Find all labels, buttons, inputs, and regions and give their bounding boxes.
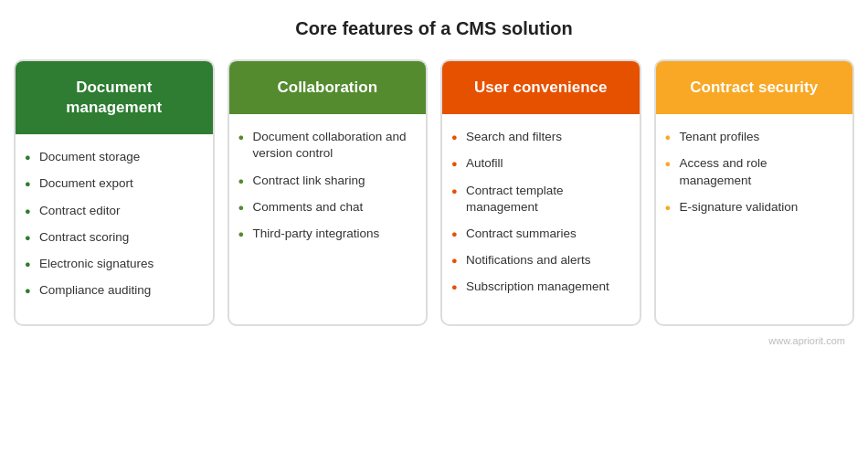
list-item: Document export [25, 175, 200, 192]
list-item: Third-party integrations [238, 226, 414, 242]
list-item: Contract link sharing [238, 173, 414, 189]
list-item: Comments and chat [238, 199, 414, 216]
card-document-management: Document managementDocument storageDocum… [14, 59, 215, 326]
list-item: Contract scoring [25, 229, 200, 246]
card-list-document-management: Document storageDocument exportContract … [25, 149, 200, 299]
list-item: Compliance auditing [25, 282, 200, 299]
card-body-document-management: Document storageDocument exportContract … [16, 134, 213, 323]
card-user-convenience: User convenienceSearch and filtersAutofi… [440, 59, 641, 326]
list-item: Document collaboration and version contr… [238, 129, 414, 162]
list-item: Contract editor [25, 203, 200, 219]
card-list-contract-security: Tenant profilesAccess and role managemen… [665, 129, 841, 216]
card-list-user-convenience: Search and filtersAutofillContract templ… [451, 129, 627, 296]
list-item: Tenant profiles [665, 129, 841, 145]
list-item: Search and filters [451, 129, 627, 145]
list-item: Electronic signatures [25, 256, 200, 272]
card-body-user-convenience: Search and filtersAutofillContract templ… [442, 114, 640, 323]
watermark: www.apriorit.com [768, 335, 854, 346]
card-contract-security: Contract securityTenant profilesAccess a… [654, 59, 855, 326]
columns-container: Document managementDocument storageDocum… [14, 59, 854, 326]
card-list-collaboration: Document collaboration and version contr… [238, 129, 414, 242]
list-item: Document storage [25, 149, 200, 165]
card-header-user-convenience: User convenience [442, 61, 640, 114]
page-title: Core features of a CMS solution [295, 18, 572, 39]
list-item: Notifications and alerts [451, 252, 627, 269]
list-item: Subscription management [451, 279, 627, 295]
list-item: Autofill [451, 155, 627, 172]
list-item: Contract summaries [451, 226, 627, 242]
card-header-contract-security: Contract security [656, 61, 853, 114]
card-header-collaboration: Collaboration [229, 61, 427, 114]
card-header-document-management: Document management [16, 61, 213, 134]
card-body-collaboration: Document collaboration and version contr… [229, 114, 427, 323]
card-body-contract-security: Tenant profilesAccess and role managemen… [656, 114, 853, 323]
list-item: Access and role management [665, 155, 841, 188]
list-item: Contract template management [451, 183, 627, 216]
card-collaboration: CollaborationDocument collaboration and … [228, 59, 429, 326]
list-item: E-signature validation [665, 199, 841, 216]
